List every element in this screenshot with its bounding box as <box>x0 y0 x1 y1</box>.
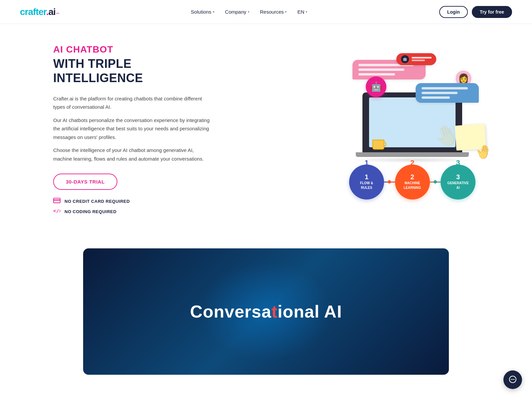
steps-row: 1 1 FLOW &RULES 2 2 MACHINELEARNING <box>349 165 475 200</box>
hero-content: AI CHATBOT WITH TRIPLE INTELLIGENCE Craf… <box>53 44 213 215</box>
svg-point-5 <box>512 379 513 380</box>
title-highlight: t <box>271 302 277 321</box>
chevron-down-icon: ▾ <box>213 10 214 14</box>
video-section-title: Conversational AI <box>190 302 342 322</box>
logo-ai: ai <box>48 7 55 17</box>
step-3-number: 3 <box>456 159 460 167</box>
video-section: Conversational AI <box>83 248 449 375</box>
dark-section-wrapper: Conversational AI <box>0 248 532 388</box>
perk-no-credit-card: NO CREDIT CARD REQUIRED <box>53 198 213 205</box>
nav-company[interactable]: Company ▾ <box>225 9 249 15</box>
svg-point-6 <box>514 379 515 380</box>
step-3: 3 3 GENERATIVEAI <box>441 165 475 200</box>
robot-avatar: 🤖 <box>366 76 386 97</box>
chat-widget-icon <box>508 375 517 384</box>
chat-widget-button[interactable] <box>503 370 522 388</box>
hero-tag: AI CHATBOT <box>53 44 213 55</box>
nav-solutions[interactable]: Solutions ▾ <box>191 9 214 15</box>
chevron-down-icon: ▾ <box>248 10 249 14</box>
top-bubble: 🤖 <box>396 53 436 65</box>
svg-point-4 <box>511 379 512 380</box>
step-connector-1 <box>382 182 397 183</box>
try-for-free-button[interactable]: Try for free <box>472 6 512 18</box>
code-icon: </> <box>53 208 61 215</box>
credit-card-icon <box>53 198 61 205</box>
svg-text:</>: </> <box>53 208 61 213</box>
trial-button[interactable]: 30-DAYS TRIAL <box>53 174 117 190</box>
svg-rect-1 <box>54 200 60 200</box>
hero-title: WITH TRIPLE INTELLIGENCE <box>53 57 213 85</box>
nav-actions: Login Try for free <box>439 6 512 18</box>
step-2-number: 2 <box>410 159 414 167</box>
nav-lang[interactable]: EN ▾ <box>297 9 307 15</box>
chevron-down-icon: ▾ <box>306 10 307 14</box>
step-2: 2 2 MACHINELEARNING <box>395 165 430 200</box>
hero-section: AI CHATBOT WITH TRIPLE INTELLIGENCE Craf… <box>0 24 532 235</box>
sticky-note: 🤚 <box>456 125 485 150</box>
login-button[interactable]: Login <box>439 6 468 18</box>
hero-illustration: 🤚 🤖 <box>332 50 492 209</box>
logo[interactable]: crafter.ai··· <box>20 7 59 17</box>
perks-list: NO CREDIT CARD REQUIRED </> NO CODING RE… <box>53 198 213 215</box>
nav-resources[interactable]: Resources ▾ <box>260 9 287 15</box>
logo-crafter: crafter <box>20 7 46 17</box>
logo-dots: ··· <box>56 11 59 16</box>
navbar: crafter.ai··· Solutions ▾ Company ▾ Reso… <box>0 0 532 24</box>
user-bubble <box>416 83 479 103</box>
chevron-down-icon: ▾ <box>285 10 287 14</box>
step-1-number: 1 <box>364 159 368 167</box>
hero-description: Crafter.ai is the platform for creating … <box>53 94 213 163</box>
perk-no-coding: </> NO CODING REQUIRED <box>53 208 213 215</box>
step-1: 1 1 FLOW &RULES <box>349 165 384 200</box>
nav-links: Solutions ▾ Company ▾ Resources ▾ EN ▾ <box>191 9 307 15</box>
